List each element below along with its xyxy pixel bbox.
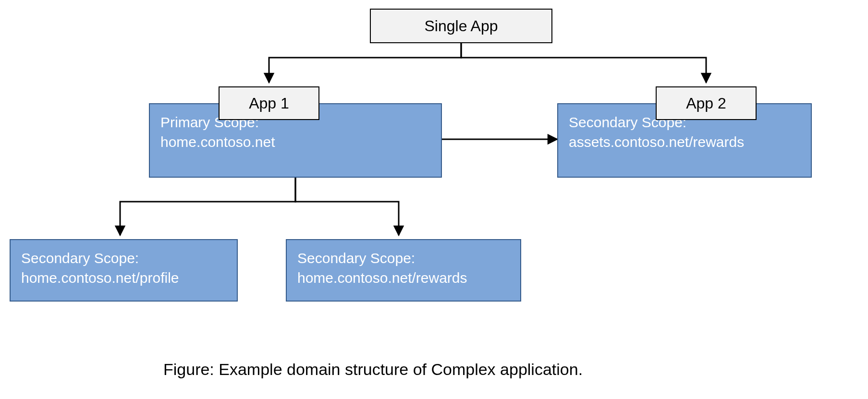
secondary-scope-rewards-value: home.contoso.net/rewards: [297, 268, 510, 288]
app2-label: App 2: [686, 95, 726, 112]
figure-caption: Figure: Example domain structure of Comp…: [163, 360, 583, 379]
app2-scope-value: assets.contoso.net/rewards: [569, 133, 800, 152]
secondary-scope-profile-title: Secondary Scope:: [21, 249, 226, 268]
secondary-scope-profile: Secondary Scope: home.contoso.net/profil…: [10, 239, 238, 302]
root-node: Single App: [370, 9, 552, 43]
app2-label-box: App 2: [656, 86, 757, 120]
secondary-scope-rewards: Secondary Scope: home.contoso.net/reward…: [286, 239, 521, 302]
secondary-scope-profile-value: home.contoso.net/profile: [21, 268, 226, 288]
root-label: Single App: [424, 17, 498, 35]
diagram-canvas: Single App Primary Scope: home.contoso.n…: [0, 0, 868, 399]
connectors: [0, 0, 868, 399]
app1-label-box: App 1: [219, 86, 319, 120]
secondary-scope-rewards-title: Secondary Scope:: [297, 249, 510, 268]
app1-label: App 1: [249, 95, 289, 112]
app1-scope-value: home.contoso.net: [160, 133, 430, 152]
